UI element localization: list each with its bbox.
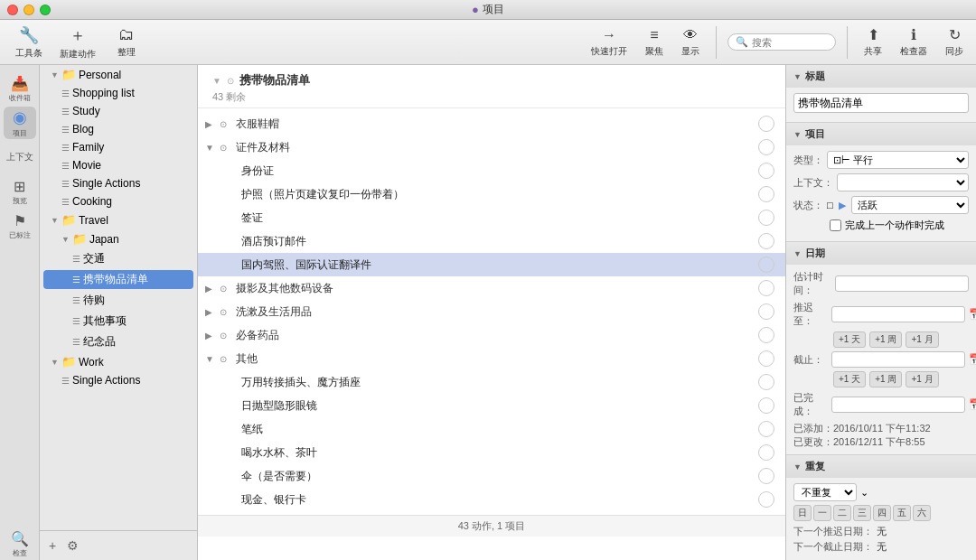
day-fri[interactable]: 五 [893,505,911,521]
due-input[interactable] [831,351,965,368]
settings-button[interactable]: ⚙ [65,537,80,555]
group-docs-header[interactable]: ▼ ⊙ 证件及材料 [198,135,785,159]
toolbar-tools[interactable]: 🔧 工具条 [7,22,51,63]
task-lens-circle[interactable] [758,397,774,414]
inspector-repeat-header[interactable]: ▼ 重复 [786,455,976,478]
group-clothes-header[interactable]: ▶ ⊙ 衣服鞋帽 [198,112,785,135]
inspector-date-header[interactable]: ▼ 日期 [786,242,976,265]
task-visa[interactable]: 签证 [198,206,785,229]
task-hotel[interactable]: 酒店预订邮件 [198,229,785,253]
context-select[interactable] [837,173,969,191]
defer-plus-week[interactable]: +1 周 [869,331,902,348]
search-input[interactable] [752,37,833,48]
sidebar-item-single-actions-p[interactable]: ☰ Single Actions [43,175,193,191]
sidebar-item-context[interactable]: 上下文 [4,141,36,173]
sidebar-item-blog[interactable]: ☰ Blog [43,121,193,137]
task-license[interactable]: 国内驾照、国际认证翻译件 [198,253,785,276]
sidebar-item-inbox[interactable]: 📥 收件箱 [4,72,36,105]
sidebar-item-shopping[interactable]: ☰ Shopping list [43,85,193,101]
day-sat[interactable]: 六 [913,505,931,521]
sidebar-item-flagged[interactable]: ⚑ 已标注 [4,210,36,242]
toolbar-focus[interactable]: ≡ 聚焦 [640,23,669,61]
task-id-card-circle[interactable] [758,163,774,179]
day-tue[interactable]: 二 [833,505,851,521]
day-mon[interactable]: 一 [813,505,831,521]
inspector-item-header[interactable]: ▼ 项目 [786,123,976,145]
task-cash[interactable]: 现金、银行卡 [198,488,785,511]
toolbar-quick-open[interactable]: → 快速打开 [586,23,633,61]
sidebar-item-work[interactable]: ▼ 📁 Work [43,353,193,370]
task-passport[interactable]: 护照（照片页建议复印一份带着） [198,182,785,206]
toolbar-new-action[interactable]: ＋ 新建动作 [54,21,101,64]
sidebar-item-souvenirs[interactable]: ☰ 纪念品 [43,332,193,351]
task-umbrella[interactable]: 伞（是否需要） [198,464,785,488]
toolbar-share[interactable]: ⬆ 共享 [859,23,887,61]
sidebar-item-shopping2[interactable]: ☰ 待购 [43,291,193,310]
estimated-input[interactable] [835,275,969,292]
task-adapter-circle[interactable] [758,374,774,390]
defer-input[interactable] [831,306,965,322]
task-umbrella-circle[interactable] [758,468,774,484]
due-plus-week[interactable]: +1 周 [869,371,902,387]
task-adapter[interactable]: 万用转接插头、魔方插座 [198,370,785,394]
task-cup[interactable]: 喝水水杯、茶叶 [198,441,785,464]
toolbar-inspector[interactable]: ℹ 检查器 [895,23,933,61]
sidebar-item-traffic[interactable]: ☰ 交通 [43,249,193,268]
sidebar-item-study[interactable]: ☰ Study [43,103,193,119]
toolbar-display[interactable]: 👁 显示 [676,23,705,61]
add-project-button[interactable]: + [47,537,58,555]
task-license-circle[interactable] [758,257,774,273]
project-title-input[interactable] [793,93,969,113]
complete-checkbox[interactable] [830,219,841,231]
sidebar-item-personal[interactable]: ▼ 📁 Personal [43,66,193,83]
completed-cal-icon[interactable]: 📅 [969,398,976,411]
defer-row: 推迟至： 📅 [793,301,969,328]
maximize-button[interactable] [40,5,51,15]
task-hotel-circle[interactable] [758,233,774,249]
task-id-card[interactable]: 身份证 [198,159,785,182]
task-cup-circle[interactable] [758,444,774,461]
due-cal-icon[interactable]: 📅 [969,353,976,366]
minimize-button[interactable] [23,5,34,15]
task-passport-circle[interactable] [758,186,774,202]
task-cash-circle[interactable] [758,491,774,508]
day-thu[interactable]: 四 [873,505,891,521]
defer-plus-month[interactable]: +1 月 [906,331,938,348]
group-toiletries-header[interactable]: ▶ ⊙ 洗漱及生活用品 [198,300,785,323]
group-medicine-header[interactable]: ▶ ⊙ 必备药品 [198,323,785,347]
cooking-icon: ☰ [61,197,70,207]
window-controls[interactable] [7,5,51,15]
day-sun[interactable]: 日 [793,505,812,521]
completed-input[interactable] [831,397,965,413]
group-electronics-header[interactable]: ▶ ⊙ 摄影及其他数码设备 [198,276,785,300]
sidebar-item-forecast[interactable]: ⊞ 预览 [4,175,36,208]
task-notebook[interactable]: 笔纸 [198,417,785,441]
sidebar-item-cooking[interactable]: ☰ Cooking [43,193,193,210]
sidebar-item-single-actions-w[interactable]: ☰ Single Actions [43,372,193,388]
sidebar-item-review[interactable]: 🔍 检查 [4,527,36,560]
sidebar-item-movie[interactable]: ☰ Movie [43,157,193,173]
due-plus-month[interactable]: +1 月 [906,371,938,387]
sidebar-item-packing[interactable]: ☰ 携带物品清单 [43,270,193,289]
task-lens[interactable]: 日抛型隐形眼镜 [198,394,785,417]
task-notebook-circle[interactable] [758,421,774,437]
sidebar-item-travel[interactable]: ▼ 📁 Travel [43,211,193,229]
sidebar-item-projects[interactable]: ◉ 项目 [4,107,36,139]
toolbar-sync[interactable]: ↻ 同步 [940,23,969,61]
close-button[interactable] [7,5,18,15]
defer-cal-icon[interactable]: 📅 [969,308,976,321]
group-others-header[interactable]: ▼ ⊙ 其他 [198,347,785,370]
repeat-select[interactable]: 不重复 [793,483,857,501]
inspector-title-header[interactable]: ▼ 标题 [786,65,976,88]
sidebar-item-family[interactable]: ☰ Family [43,139,193,155]
task-visa-circle[interactable] [758,210,774,226]
search-box[interactable]: 🔍 [727,33,836,51]
toolbar-organize[interactable]: 🗂 整理 [105,22,148,62]
defer-plus-day[interactable]: +1 天 [833,331,866,348]
day-wed[interactable]: 三 [853,505,871,521]
status-select[interactable]: 活跃 [851,196,969,214]
sidebar-item-japan[interactable]: ▼ 📁 Japan [43,230,193,247]
sidebar-item-others-j[interactable]: ☰ 其他事项 [43,312,193,331]
due-plus-day[interactable]: +1 天 [833,371,866,387]
type-select[interactable]: ⊡⊢ 平行 [827,151,969,169]
